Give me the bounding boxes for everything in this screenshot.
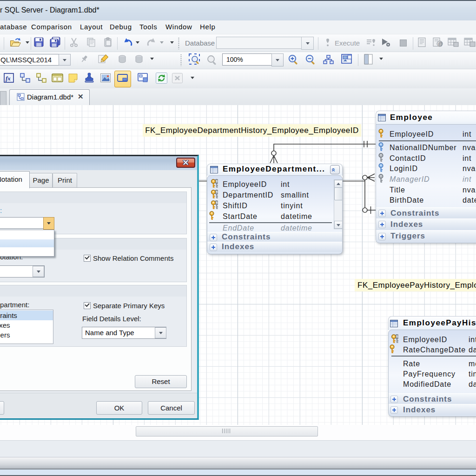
svg-text:@: @	[438, 41, 443, 46]
svg-text:fx: fx	[6, 75, 11, 82]
